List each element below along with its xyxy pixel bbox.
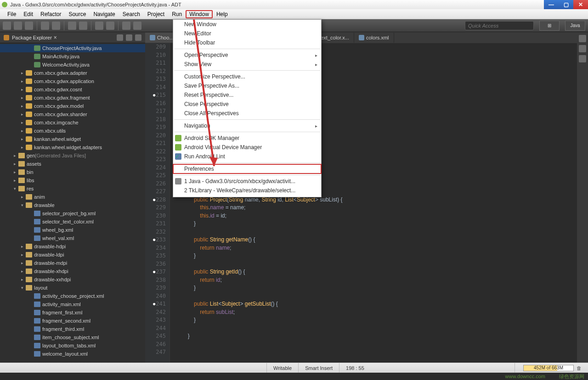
tree-item[interactable]: ▸libs [0,176,145,184]
search-icon[interactable] [106,22,114,30]
menu-source[interactable]: Source [65,10,90,18]
menu-item[interactable]: Navigation [173,121,321,130]
menu-item[interactable]: Save Perspective As... [173,81,321,90]
tree-item[interactable]: item_choose_subject.xml [0,333,145,341]
editor-tab[interactable]: colors.xml [354,33,394,43]
tree-item[interactable]: ▸gen [Generated Java Files] [0,151,145,160]
tree-item[interactable]: ▸com.xbcx.imgcache [0,118,145,127]
expand-icon[interactable]: ▸ [21,129,26,133]
menu-item[interactable]: Show View [173,60,321,69]
run-icon[interactable] [52,22,60,30]
gc-icon[interactable]: 🗑 [577,365,582,371]
menu-item[interactable]: Preferences [173,164,321,173]
debug-icon[interactable] [41,22,49,30]
menu-edit[interactable]: Edit [20,10,37,18]
open-perspective-button[interactable]: ⊞ [539,21,560,31]
save-all-icon[interactable] [25,22,33,30]
menu-file[interactable]: File [4,10,20,18]
collapse-all-icon[interactable] [117,34,123,41]
tree-item[interactable]: ▸bin [0,168,145,176]
tree-item[interactable]: ▸anim [0,193,145,201]
tree-item[interactable]: ▸drawable-xxhdpi [0,275,145,284]
menu-item[interactable]: 1 Java - Gdwx3.0/src/com/xbcx/gdwx/activ… [173,177,321,186]
expand-icon[interactable]: ▸ [21,145,26,150]
tree-item[interactable]: wheel_bg.xml [0,226,145,234]
menu-item[interactable]: New Editor [173,29,321,38]
new-icon[interactable] [3,22,11,30]
tree-item[interactable]: WelcomeActivity.java [0,61,145,69]
menu-item[interactable]: Close All Perspectives [173,109,321,118]
expand-icon[interactable]: ▸ [21,71,26,75]
heap-bar[interactable]: 452M of 663M [523,365,574,371]
tree-item[interactable]: ▸drawable-mdpi [0,259,145,267]
expand-icon[interactable]: ▸ [14,170,18,174]
expand-icon[interactable]: ▸ [21,269,26,274]
nav-back-icon[interactable] [122,22,130,30]
tree-item[interactable]: ▸com.xbcx.utils [0,127,145,135]
expand-icon[interactable]: ▸ [21,87,26,92]
tree-item[interactable]: ▸kankan.wheel.widget.adapters [0,143,145,151]
avd-icon[interactable] [79,22,87,30]
tree-item[interactable]: fragment_first.xml [0,308,145,317]
expand-icon[interactable]: ▸ [21,252,26,257]
expand-icon[interactable]: ▸ [14,153,18,158]
tree-item[interactable]: ▸assets [0,160,145,168]
expand-icon[interactable]: ▸ [21,112,26,117]
menu-item[interactable]: Open Perspective [173,50,321,60]
java-perspective-button[interactable]: Java [565,21,585,31]
tree-item[interactable]: ▸com.xbcx.gdwx.application [0,77,145,85]
quick-access-input[interactable] [465,21,534,30]
menu-window[interactable]: Window [186,10,213,18]
menu-item[interactable]: Reset Perspective... [173,90,321,100]
expand-icon[interactable]: ▸ [21,95,26,100]
outline-icon[interactable] [579,35,586,42]
menu-refactor[interactable]: Refactor [37,10,65,18]
tree-item[interactable]: ▸kankan.wheel.widget [0,135,145,143]
tree-item[interactable]: fragment_second.xml [0,317,145,325]
tree-item[interactable]: activity_main.xml [0,300,145,308]
menu-navigate[interactable]: Navigate [90,10,119,18]
menu-item[interactable]: Close Perspective [173,100,321,109]
expand-icon[interactable]: ▸ [21,120,26,125]
tree-item[interactable]: ▸com.xbcx.gdwx.model [0,102,145,110]
expand-icon[interactable]: ▸ [21,261,26,265]
expand-icon[interactable]: ▸ [21,244,26,249]
menu-item[interactable]: ✓Run Android Lint [173,152,321,161]
nav-forward-icon[interactable] [133,22,141,30]
expand-icon[interactable]: ▸ [21,195,26,199]
tree-item[interactable]: ChooseProjectActivity.java [0,44,145,52]
tree-item[interactable]: selector_project_bg.xml [0,209,145,218]
tree-item[interactable]: selector_text_color.xml [0,218,145,226]
expand-icon[interactable]: ▸ [14,162,18,166]
tree-item[interactable]: ▸drawable-ldpi [0,251,145,259]
menu-item[interactable]: 2 TkLibrary - WeikeCpa/res/drawable/sele… [173,186,321,195]
menu-item[interactable]: Android SDK Manager [173,134,321,143]
open-type-icon[interactable] [95,22,103,30]
menu-item[interactable]: Customize Perspective... [173,72,321,81]
tree-item[interactable]: ▾drawable [0,201,145,209]
maximize-button[interactable]: ▢ [559,0,573,9]
tree-item[interactable]: welcome_layout.xml [0,350,145,358]
package-explorer-tree[interactable]: ChooseProjectActivity.javaMainActivity.j… [0,43,145,372]
tree-item[interactable]: wheel_val.xml [0,234,145,242]
tree-item[interactable]: ▾layout [0,284,145,292]
menu-item[interactable]: New Window [173,20,321,29]
close-view-icon[interactable]: × [54,34,57,41]
menu-run[interactable]: Run [168,10,186,18]
tree-item[interactable]: ▸com.xbcx.gdwx.fragment [0,94,145,102]
tree-item[interactable]: MainActivity.java [0,52,145,61]
view-menu-icon[interactable] [135,34,141,41]
expand-icon[interactable]: ▸ [21,79,26,84]
menu-project[interactable]: Project [144,10,168,18]
menu-help[interactable]: Help [213,10,232,18]
close-button[interactable]: ✕ [573,0,588,9]
expand-icon[interactable]: ▾ [21,285,26,290]
expand-icon[interactable]: ▸ [14,178,18,183]
expand-icon[interactable]: ▸ [21,104,26,108]
link-editor-icon[interactable] [126,34,132,41]
tree-item[interactable]: ▸com.xbcx.gdwx.cosnt [0,85,145,94]
android-sdk-icon[interactable] [68,22,76,30]
expand-icon[interactable]: ▸ [21,137,26,141]
tree-item[interactable]: fragment_third.xml [0,325,145,333]
tree-item[interactable]: ▸drawable-hdpi [0,242,145,251]
